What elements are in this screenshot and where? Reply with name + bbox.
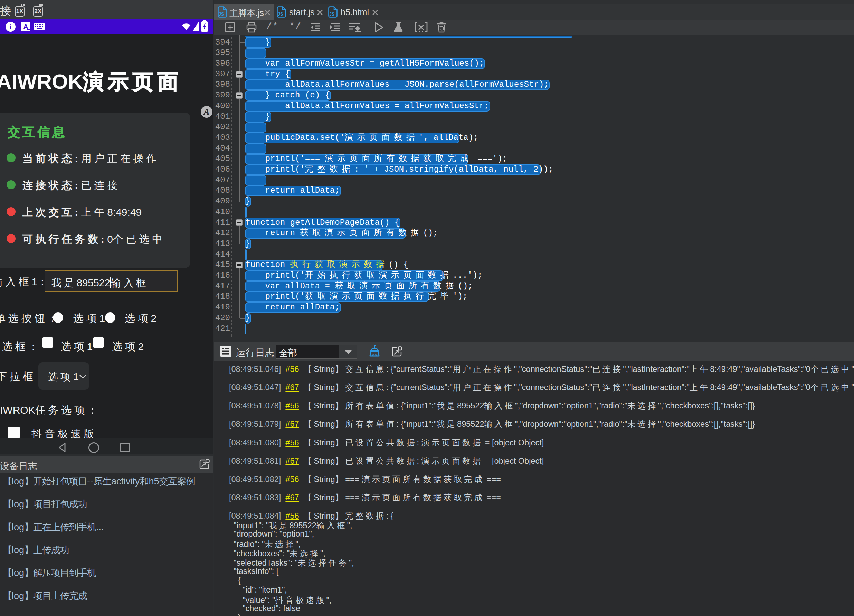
- svg-text:JS: JS: [329, 12, 334, 17]
- svg-text:JS: JS: [219, 12, 224, 17]
- svg-text:JS: JS: [278, 12, 283, 17]
